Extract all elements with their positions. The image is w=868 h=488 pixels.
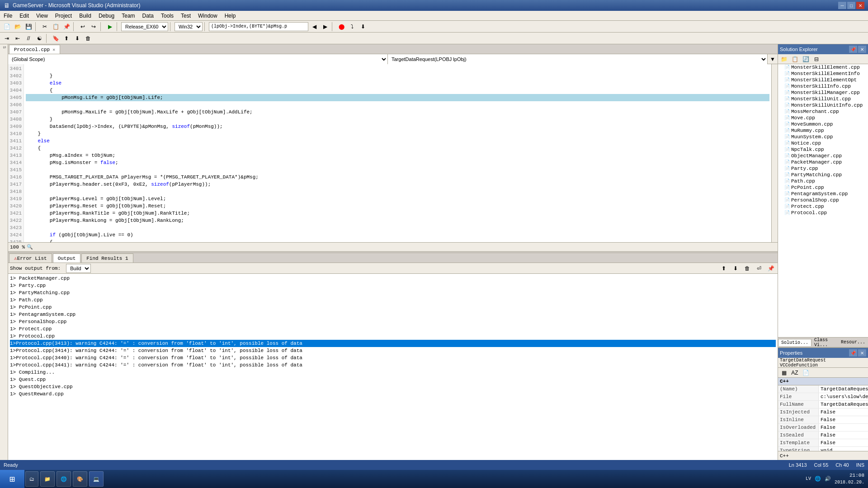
se-tab-resources[interactable]: Resour... — [838, 339, 868, 346]
se-item[interactable]: 📄MossMerchant.cpp — [778, 108, 868, 115]
se-pin-btn[interactable]: 📌 — [849, 46, 857, 53]
cut-btn[interactable]: ✂ — [40, 22, 50, 32]
se-content[interactable]: 📄MonsterSkillElement.cpp 📄MonsterSkillEl… — [778, 64, 868, 337]
se-item[interactable]: 📄MonsterSkillUnit.cpp — [778, 96, 868, 102]
se-tab-classview[interactable]: Class Vi... — [811, 337, 838, 347]
open-btn[interactable]: 📂 — [13, 22, 23, 32]
taskbar-explorer[interactable]: 🗂 — [25, 471, 38, 487]
menu-team[interactable]: Team — [118, 11, 138, 20]
breakpoint-btn[interactable]: ⬤ — [336, 22, 346, 32]
nav-expand-btn[interactable]: ▼ — [768, 54, 778, 64]
se-item[interactable]: 📄NpcTalk.cpp — [778, 146, 868, 153]
prop-property-pages-btn[interactable]: 📄 — [801, 368, 811, 378]
minimize-button[interactable]: ─ — [838, 2, 846, 9]
se-item[interactable]: 📄Move.cpp — [778, 115, 868, 121]
output-content[interactable]: 1> PacketManager.cpp 1> Party.cpp 1> Par… — [8, 274, 778, 460]
find-combo[interactable]: (lpObj->Index,(BYTE*)&pMsg.p — [209, 22, 308, 31]
indent-btn[interactable]: ⇥ — [2, 33, 12, 43]
menu-build[interactable]: Build — [75, 11, 95, 20]
taskbar-photoshop[interactable]: 🎨 — [73, 471, 87, 487]
taskbar-folder[interactable]: 📁 — [40, 471, 55, 487]
prop-categorized-btn[interactable]: ▦ — [779, 368, 789, 378]
editor-vscrollbar[interactable] — [771, 64, 778, 242]
output-line-selected[interactable]: 1>Protocol.cpp(3413): warning C4244: '='… — [10, 340, 776, 347]
sidebar-tab-server[interactable]: S — [2, 46, 6, 48]
output-next-btn[interactable]: ⬇ — [731, 263, 741, 273]
se-item[interactable]: 📄PersonalShop.cpp — [778, 197, 868, 203]
se-item[interactable]: 📄PacketManager.cpp — [778, 159, 868, 165]
step-into-btn[interactable]: ⬇ — [358, 22, 368, 32]
se-item[interactable]: 📄PcPoint.cpp — [778, 184, 868, 191]
prop-pin-btn[interactable]: 📌 — [849, 349, 857, 357]
menu-test[interactable]: Test — [177, 11, 194, 20]
taskbar-browser[interactable]: 🌐 — [57, 471, 71, 487]
uncomment-btn[interactable]: ☯ — [34, 33, 44, 43]
menu-view[interactable]: View — [33, 11, 52, 20]
start-button[interactable]: ⊞ — [0, 470, 24, 488]
se-item[interactable]: 📄MonsterSkillElement.cpp — [778, 64, 868, 70]
save-btn[interactable]: 💾 — [24, 22, 33, 32]
prop-row-file[interactable]: File c:\users\slow\deskto — [778, 393, 868, 401]
prop-row-fullname[interactable]: FullName TargetDataRequest — [778, 401, 868, 408]
taskbar-vs[interactable]: 💻 — [89, 471, 104, 487]
output-clear-btn[interactable]: 🗑 — [742, 263, 752, 273]
unindent-btn[interactable]: ⇤ — [13, 33, 23, 43]
menu-data[interactable]: Data — [139, 11, 157, 20]
redo-btn[interactable]: ↪ — [89, 22, 99, 32]
tab-close-icon[interactable]: ✕ — [52, 47, 55, 52]
prop-close-btn[interactable]: ✕ — [858, 349, 866, 357]
tab-error-list[interactable]: ⚠ Error List — [9, 253, 52, 263]
prop-row-name[interactable]: (Name) TargetDataRequest — [778, 385, 868, 393]
se-item[interactable]: 📄MuRummy.cpp — [778, 127, 868, 134]
se-item[interactable]: 📄Protect.cpp — [778, 203, 868, 210]
maximize-button[interactable]: □ — [847, 2, 855, 9]
se-item[interactable]: 📄Path.cpp — [778, 178, 868, 184]
se-item[interactable]: 📄Notice.cpp — [778, 140, 868, 146]
close-button[interactable]: ✕ — [856, 2, 864, 9]
output-prev-btn[interactable]: ⬆ — [719, 263, 729, 273]
se-item[interactable]: 📄PartyMatching.cpp — [778, 172, 868, 178]
output-pin-btn[interactable]: 📌 — [766, 263, 776, 273]
prop-alpha-btn[interactable]: AZ — [790, 368, 800, 378]
find-next-btn[interactable]: ▶ — [320, 22, 330, 32]
prop-row-isoverloaded[interactable]: IsOverloaded False — [778, 424, 868, 432]
prev-bookmark-btn[interactable]: ⬆ — [61, 33, 71, 43]
se-item[interactable]: 📄Protocol.cpp — [778, 210, 868, 216]
menu-window[interactable]: Window — [194, 11, 221, 20]
scope-dropdown[interactable]: (Global Scope) — [8, 54, 388, 64]
menu-help[interactable]: Help — [221, 11, 240, 20]
next-bookmark-btn[interactable]: ⬇ — [72, 33, 82, 43]
prop-row-isinline[interactable]: IsInline False — [778, 416, 868, 424]
copy-btn[interactable]: 📋 — [51, 22, 61, 32]
se-close-btn[interactable]: ✕ — [858, 46, 866, 53]
menu-file[interactable]: File — [0, 11, 16, 20]
prop-row-issealed[interactable]: IsSealed False — [778, 432, 868, 439]
code-content[interactable]: } else { pMonMsg.Life = gObj[tObjNum].Li… — [24, 64, 771, 242]
config-dropdown[interactable]: Release_EX60 — [121, 22, 168, 31]
se-tab-solution[interactable]: Solutio... — [778, 339, 811, 346]
se-item[interactable]: 📄MonsterSkillElementInfo — [778, 70, 868, 77]
run-btn[interactable]: ▶ — [105, 22, 115, 32]
tab-output[interactable]: Output — [53, 253, 81, 263]
find-prev-btn[interactable]: ◀ — [309, 22, 319, 32]
se-item[interactable]: 📄MonsterSkillElementOpt — [778, 77, 868, 83]
se-item[interactable]: 📄MonsterSkillUnitInfo.cpp — [778, 102, 868, 108]
se-item[interactable]: 📄MonsterSkillInfo.cpp — [778, 83, 868, 89]
paste-btn[interactable]: 📌 — [61, 22, 71, 32]
se-item[interactable]: 📄MonsterSkillManager.cpp — [778, 89, 868, 96]
comment-btn[interactable]: // — [24, 33, 33, 43]
output-source-dropdown[interactable]: Build — [66, 264, 91, 273]
se-item[interactable]: 📄PentagramSystem.cpp — [778, 191, 868, 197]
output-wrap-btn[interactable]: ⏎ — [754, 263, 764, 273]
tab-find-results[interactable]: Find Results 1 — [81, 253, 133, 263]
undo-btn[interactable]: ↩ — [78, 22, 88, 32]
code-editor[interactable]: 3401340234033404340534063407340834093410… — [8, 64, 778, 242]
se-new-folder-btn[interactable]: 📁 — [779, 54, 789, 64]
menu-project[interactable]: Project — [52, 11, 75, 20]
se-item[interactable]: 📄MuunSystem.cpp — [778, 134, 868, 140]
prop-row-isinjected[interactable]: IsInjected False — [778, 408, 868, 416]
menu-edit[interactable]: Edit — [16, 11, 33, 20]
se-item[interactable]: 📄ObjectManager.cpp — [778, 153, 868, 159]
se-properties-btn[interactable]: 📋 — [790, 54, 800, 64]
step-over-btn[interactable]: ⤵ — [347, 22, 357, 32]
